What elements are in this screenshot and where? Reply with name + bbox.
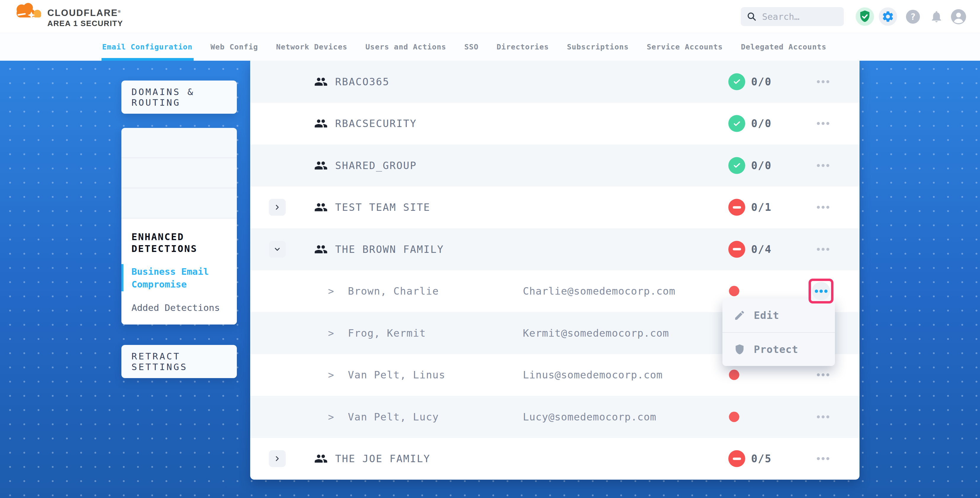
sidebar-enhanced-links: Business Email Compromise Added Detectio…: [132, 265, 229, 314]
search-input[interactable]: [762, 11, 838, 22]
tab-label: SSO: [464, 43, 479, 51]
status-badge: [728, 241, 745, 258]
member-chevron: >: [328, 369, 334, 381]
member-name: Brown, Charlie: [348, 285, 439, 297]
table-row[interactable]: Van Pelt, Lucy > Van Pelt, Lucy Lucy@som…: [250, 396, 859, 438]
group-people-icon: [314, 159, 328, 172]
sidebar-item[interactable]: [121, 158, 237, 188]
context-menu-item-label: Protect: [754, 344, 798, 355]
sidebar-sublink[interactable]: Business Email Compromise: [132, 265, 220, 291]
member-name: Frog, Kermit: [348, 327, 426, 339]
chevron-right-icon: [273, 204, 281, 212]
account-avatar-icon[interactable]: [951, 9, 966, 24]
tab-label: Email Configuration: [102, 43, 192, 51]
sidebar-item-domains-routing[interactable]: DOMAINS & ROUTING: [121, 81, 237, 114]
help-icon[interactable]: ?: [906, 10, 920, 24]
brand-title: CLOUDFLARE®: [48, 8, 121, 18]
alert-dot: [729, 286, 739, 296]
group-name: TEST TEAM SITE: [335, 201, 431, 213]
status-badge: [728, 73, 745, 90]
row-menu-button-highlighted[interactable]: [808, 278, 834, 304]
table-row[interactable]: RBACSECURITY > RBACSECURITY 0/0: [250, 103, 859, 145]
table-row[interactable]: SHARED_GROUP > SHARED_GROUP 0/0: [250, 145, 859, 186]
app-header: CLOUDFLARE® AREA 1 SECURITY ?: [0, 0, 980, 33]
group-name: THE JOE FAMILY: [335, 453, 431, 465]
registered-mark: ®: [118, 10, 121, 14]
row-menu-button[interactable]: [810, 198, 837, 216]
row-menu-button[interactable]: [810, 450, 837, 468]
alert-dot: [729, 370, 739, 380]
member-name: Van Pelt, Lucy: [348, 411, 439, 423]
tab-label: Directories: [496, 43, 549, 51]
context-menu: Edit Protect: [722, 298, 835, 366]
minus-icon: [733, 248, 741, 250]
row-menu-button[interactable]: [810, 408, 837, 426]
group-people-icon: [314, 75, 328, 89]
tab[interactable]: Email Configuration: [102, 33, 192, 61]
notifications-bell-icon[interactable]: [930, 10, 943, 23]
expand-toggle-button[interactable]: [269, 450, 286, 467]
sidebar-item[interactable]: [121, 128, 237, 158]
protection-count: 0/4: [751, 243, 772, 255]
protection-status-shield-icon[interactable]: [856, 7, 874, 26]
row-menu-button[interactable]: [810, 115, 837, 132]
expand-toggle-button[interactable]: [269, 199, 286, 216]
table-row[interactable]: THE JOE FAMILY > THE JOE FAMILY 0/5: [250, 438, 859, 480]
secondary-tabs: Email ConfigurationWeb ConfigNetwork Dev…: [0, 33, 980, 61]
sidebar-item[interactable]: [121, 188, 237, 218]
sidebar-sublink-label: Business Email Compromise: [132, 266, 209, 290]
member-chevron: >: [328, 327, 334, 339]
row-menu-button[interactable]: [810, 157, 837, 174]
tab[interactable]: Delegated Accounts: [741, 33, 826, 61]
tab-label: Service Accounts: [647, 43, 723, 51]
group-people-icon: [314, 200, 328, 214]
cloudflare-logo-icon[interactable]: [13, 2, 43, 18]
tab[interactable]: Service Accounts: [647, 33, 723, 61]
protection-count: 0/5: [751, 453, 772, 465]
sidebar-item-enhanced-detections[interactable]: ENHANCED DETECTIONS: [132, 231, 226, 255]
tab-label: Network Devices: [276, 43, 348, 51]
check-icon: [732, 119, 741, 128]
tab-label: Users and Actions: [365, 43, 446, 51]
row-menu-button[interactable]: [810, 240, 837, 258]
pencil-icon: [733, 309, 746, 321]
check-icon: [732, 161, 741, 170]
sidebar-policies-card: ENHANCED DETECTIONS Business Email Compr…: [121, 128, 237, 325]
tab-label: Delegated Accounts: [741, 43, 826, 51]
table-row[interactable]: TEST TEAM SITE > TEST TEAM SITE 0/1: [250, 186, 859, 229]
protection-count: 0/0: [751, 76, 772, 88]
member-email: Kermit@somedemocorp.com: [523, 327, 669, 339]
tab[interactable]: Subscriptions: [567, 33, 629, 61]
table-row[interactable]: THE BROWN FAMILY > THE BROWN FAMILY 0/4: [250, 228, 859, 270]
group-people-icon: [314, 242, 328, 256]
group-name: SHARED_GROUP: [335, 159, 417, 172]
tab[interactable]: SSO: [464, 33, 479, 61]
page: DOMAINS & ROUTING ENHANCED DETECTIONS Bu…: [0, 0, 980, 498]
status-badge: [728, 199, 745, 216]
member-chevron: >: [328, 411, 334, 423]
chevron-right-icon: [273, 245, 281, 253]
sidebar-section-enhanced-detections: ENHANCED DETECTIONS Business Email Compr…: [121, 218, 237, 325]
directory-table: RBACO365 > RBACO365 0/0 RBACSECURITY >: [250, 61, 859, 480]
expand-toggle-button[interactable]: [269, 241, 286, 258]
primary-nav: [136, 0, 182, 33]
tab[interactable]: Users and Actions: [365, 33, 446, 61]
row-menu-button[interactable]: [810, 366, 837, 384]
search-icon: [747, 11, 757, 22]
settings-gear-icon[interactable]: [879, 7, 897, 26]
member-chevron: >: [328, 285, 334, 297]
sidebar-sublink-label: Added Detections: [132, 302, 220, 313]
tab[interactable]: Directories: [496, 33, 549, 61]
group-people-icon: [314, 452, 328, 465]
tab[interactable]: Network Devices: [276, 33, 348, 61]
active-indicator-bar: [121, 264, 124, 291]
protection-count: 0/1: [751, 201, 772, 213]
tab-label: Subscriptions: [567, 43, 629, 51]
sidebar-sublink[interactable]: Added Detections: [132, 301, 220, 314]
row-menu-button[interactable]: [810, 73, 837, 91]
context-menu-item[interactable]: Protect: [722, 332, 835, 366]
tab[interactable]: Web Config: [210, 33, 258, 61]
sidebar-item-retract-settings[interactable]: RETRACT SETTINGS: [121, 345, 237, 378]
table-row[interactable]: RBACO365 > RBACO365 0/0: [250, 61, 859, 103]
background: DOMAINS & ROUTING ENHANCED DETECTIONS Bu…: [0, 61, 980, 498]
